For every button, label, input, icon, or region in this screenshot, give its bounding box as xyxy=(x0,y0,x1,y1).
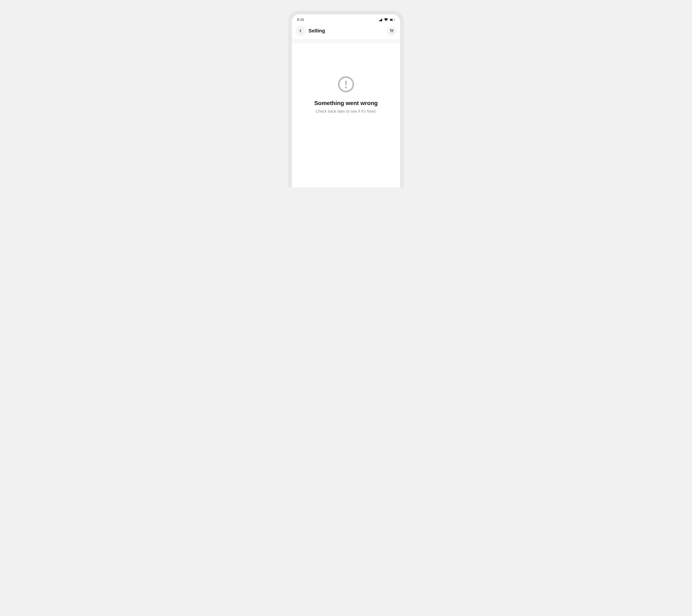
error-heading: Something went wrong xyxy=(314,100,378,107)
wifi-icon xyxy=(384,18,388,21)
page-title: Selling xyxy=(308,28,384,34)
status-bar: 9:15 xyxy=(292,15,400,23)
svg-point-4 xyxy=(392,32,393,32)
error-panel: Something went wrong Check back later to… xyxy=(292,43,400,188)
svg-rect-6 xyxy=(345,81,347,85)
status-icons xyxy=(379,18,395,21)
device-screen: 9:15 xyxy=(292,15,400,188)
svg-rect-2 xyxy=(390,19,393,21)
device-frame: 9:15 xyxy=(288,11,404,188)
chevron-left-icon xyxy=(299,29,303,33)
alert-circle-icon xyxy=(337,76,355,94)
battery-icon xyxy=(390,18,395,21)
svg-point-7 xyxy=(345,87,347,88)
status-time: 9:15 xyxy=(297,18,304,22)
app-bar: Selling xyxy=(292,23,400,39)
cellular-signal-icon xyxy=(379,18,383,21)
cart-button[interactable] xyxy=(386,26,396,36)
error-subtext: Check back later to see if it's fixed. xyxy=(316,109,376,114)
cart-icon xyxy=(389,28,394,33)
divider-strip xyxy=(292,39,400,43)
back-button[interactable] xyxy=(296,26,306,36)
svg-point-3 xyxy=(391,32,391,32)
svg-rect-1 xyxy=(394,19,395,20)
